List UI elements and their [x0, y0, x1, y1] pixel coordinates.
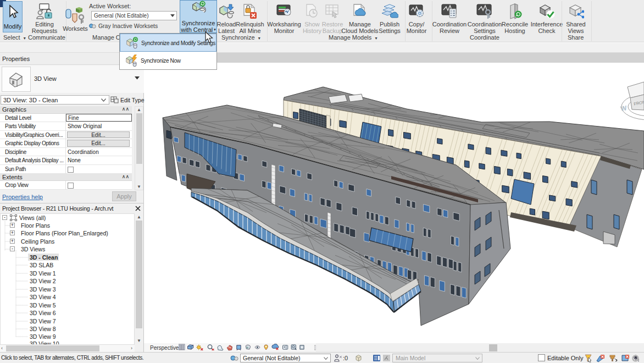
svg-text:W: W: [620, 104, 628, 113]
